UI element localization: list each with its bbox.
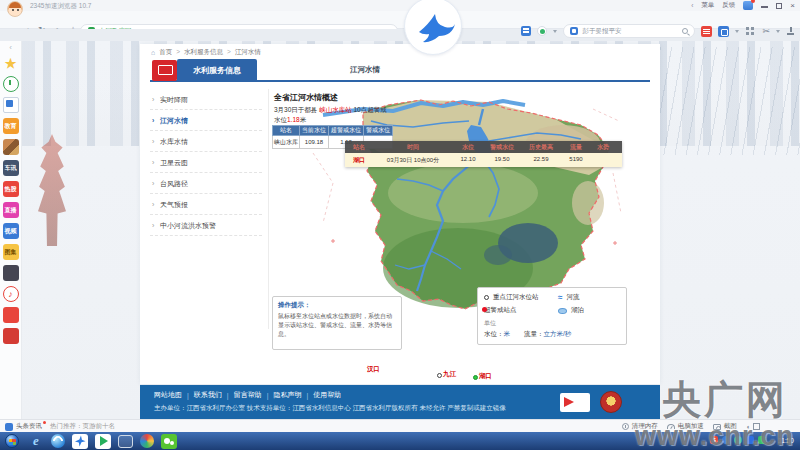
chevron-down-icon[interactable] [553, 30, 557, 33]
alert-text-segment: 3月30日于都县 [274, 106, 319, 113]
tray-icon-blue[interactable] [722, 436, 730, 444]
sidebar-item-卫星云图[interactable]: 卫星云图 [150, 152, 262, 173]
mini-table-cell: 109.18 [300, 136, 329, 149]
search-query-text: 彭于晏报平安 [582, 27, 678, 36]
sidebar-collapse-icon[interactable]: ‹ [0, 43, 21, 52]
sidebar-app-教育-icon[interactable]: 教育 [3, 118, 19, 134]
minimize-button[interactable] [761, 6, 768, 8]
overview-title: 全省江河水情概述 [274, 92, 338, 103]
speaker-icon[interactable]: ◖ [746, 423, 750, 430]
tooltip-cell: 12.10 [453, 153, 483, 167]
sidebar-item-实时降雨[interactable]: 实时降雨 [150, 89, 262, 110]
statusbar-tool-截图[interactable]: 截图 [713, 422, 737, 431]
panel-toggle-icon[interactable] [753, 423, 760, 430]
legend-unit: 水位：米 [484, 330, 510, 339]
legend-unit-label: 单位 [484, 319, 620, 328]
chevron-down-icon[interactable] [735, 30, 739, 33]
360-browser-icon[interactable] [51, 434, 65, 448]
legend-item: ≈河流 [558, 293, 620, 302]
home-icon[interactable]: ⌂ [151, 49, 155, 56]
news-feed-button[interactable]: 头条资讯 [5, 422, 42, 431]
footer-link-使用帮助[interactable]: 使用帮助 [313, 390, 341, 400]
extensions-grid-icon[interactable] [745, 26, 756, 37]
alert-text-segment: 1.18 [287, 116, 300, 123]
legend-label: 超警戒站点 [484, 306, 517, 315]
apps-panel-icon[interactable] [521, 26, 531, 36]
tencent-video-icon[interactable] [95, 434, 111, 449]
tooltip-header: 水势 [591, 141, 615, 153]
sidebar-app-车讯-icon[interactable]: 车讯 [3, 160, 19, 176]
tooltip-header: 警戒水位 [483, 141, 521, 153]
mini-table-header: 站名 [273, 126, 300, 136]
window-app-icon[interactable] [118, 435, 133, 448]
sidebar-app-热股-icon[interactable]: 热股 [3, 181, 19, 197]
chevron-down-icon[interactable] [776, 30, 780, 33]
footer-link-联系我们[interactable]: 联系我们 [194, 390, 222, 400]
alert-text-segment: 米 [300, 116, 307, 123]
gov-emblem-badge[interactable] [600, 391, 622, 413]
screenshot-scissors-icon[interactable]: ✂ [762, 26, 770, 36]
feedback-button[interactable]: 反馈 [722, 1, 735, 10]
tip-body: 鼠标移至水位站点或水位数据时，系统自动显示该站水位、警戒水位、流量、水势等信息。 [278, 312, 396, 339]
gift-icon[interactable] [743, 1, 753, 10]
tooltip-header: 时间 [373, 141, 453, 153]
legend-item: 重点江河水位站 [484, 293, 558, 302]
start-button[interactable] [5, 434, 19, 448]
sidebar-app-图集-icon[interactable]: 图集 [3, 244, 19, 260]
collapse-menu-icon[interactable]: ‹ [691, 2, 693, 9]
sidebar-app-直播-icon[interactable]: 直播 [3, 202, 19, 218]
tray-icon-green[interactable] [758, 436, 766, 444]
sidebar-item-江河水情[interactable]: 江河水情 [150, 110, 262, 131]
footer-link-留言帮助[interactable]: 留言帮助 [234, 390, 262, 400]
sidebar-app-doc-icon[interactable] [3, 97, 19, 113]
hot-recommendation[interactable]: 热门推荐：页游前十名 [50, 422, 115, 431]
wechat-icon[interactable] [161, 434, 177, 449]
ie-browser-icon[interactable]: e [28, 434, 44, 449]
statusbar-tool-label: 清理内存 [632, 422, 658, 431]
adblock-icon[interactable] [537, 26, 547, 36]
footer-link-网站地图[interactable]: 网站地图 [154, 390, 182, 400]
sidebar-app-star-icon[interactable]: ★ [3, 55, 19, 71]
media-app-icon[interactable] [140, 434, 154, 448]
site-certification-badge[interactable] [560, 393, 590, 412]
tray-icon-teal[interactable] [734, 436, 742, 444]
search-input[interactable]: 彭于晏报平安 [563, 24, 695, 38]
statusbar-tool-电脑加速[interactable]: 电脑加速 [667, 422, 704, 431]
sidebar-app-photo-icon[interactable] [3, 139, 19, 155]
menu-button[interactable]: 菜单 [701, 1, 714, 10]
sidebar-app-app-icon[interactable] [3, 328, 19, 344]
tooltip-header: 历史最高 [521, 141, 561, 153]
sidebar-item-水库水情[interactable]: 水库水情 [150, 131, 262, 152]
maximize-button[interactable] [776, 3, 782, 9]
divider [268, 89, 269, 329]
breadcrumb-item[interactable]: 水利服务信息 [184, 48, 223, 57]
translate-tool-icon[interactable] [718, 26, 729, 37]
close-button[interactable]: × [790, 1, 795, 10]
sidebar-item-中小河流洪水预警[interactable]: 中小河流洪水预警 [150, 215, 262, 236]
footer-link-隐私声明[interactable]: 隐私声明 [273, 390, 301, 400]
sidebar-app-app-icon[interactable] [3, 265, 19, 281]
sidebar-app-视频-icon[interactable]: 视频 [3, 223, 19, 239]
browser-toolbar: ‹ ↻ ⌂ ☆ 中国政府网 slt.jiangxi.gov.cn/col/col… [0, 11, 800, 29]
legend-unit: 流量：立方米/秒 [524, 330, 571, 339]
window-title: 2345加速浏览器 10.7 [30, 2, 91, 11]
2345-browser-icon[interactable] [72, 434, 88, 449]
news-tool-icon[interactable] [701, 26, 712, 37]
statusbar-tool-清理内存[interactable]: 清理内存 [622, 422, 658, 431]
sidebar-item-天气预报[interactable]: 天气预报 [150, 194, 262, 215]
sidebar-item-台风路径[interactable]: 台风路径 [150, 173, 262, 194]
breadcrumb-item[interactable]: 首页 [159, 48, 172, 57]
search-icon[interactable] [682, 28, 688, 34]
user-avatar[interactable] [7, 1, 23, 17]
sidebar-app-app-icon[interactable] [3, 307, 19, 323]
tray-icon-square[interactable] [746, 436, 754, 444]
tab-river-water[interactable]: 江河水情 [350, 65, 380, 75]
sogou-tray-icon[interactable]: S [710, 436, 718, 444]
web-page: ⌂ 首页>水利服务信息>江河水情 水利服务信息 江河水情 实时降雨江河水情水库水… [22, 41, 800, 419]
sidebar-app-music-icon[interactable]: ♪ [3, 286, 19, 302]
breadcrumb-item: 江河水情 [235, 48, 261, 57]
operation-tip-box: 操作提示： 鼠标移至水位站点或水位数据时，系统自动显示该站水位、警戒水位、流量、… [272, 296, 402, 350]
sidebar-app-clock-icon[interactable] [3, 76, 19, 92]
tip-title: 操作提示： [278, 301, 396, 310]
download-icon[interactable] [786, 27, 795, 36]
